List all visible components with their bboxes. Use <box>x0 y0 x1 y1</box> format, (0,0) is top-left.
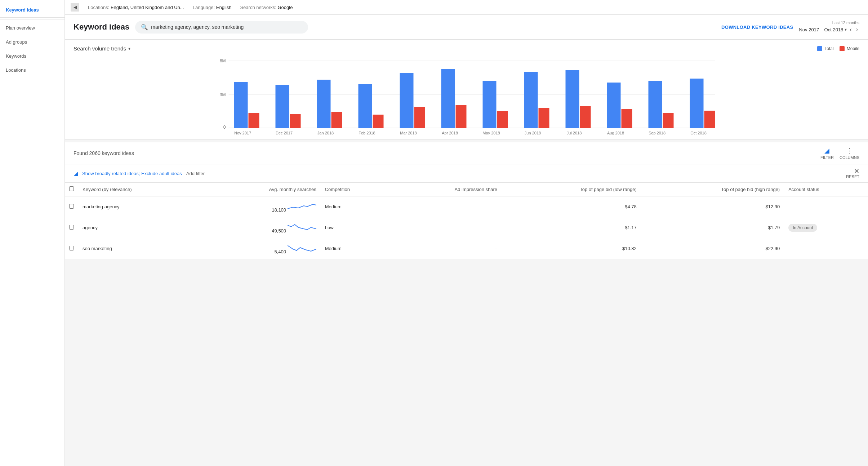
legend-total-color <box>817 46 822 51</box>
search-box[interactable]: 🔍 <box>135 21 308 34</box>
topbar: ◀ Locations: England, United Kingdom and… <box>65 0 868 15</box>
sidebar-divider <box>0 19 64 19</box>
filter-button[interactable]: ◢ FILTER <box>820 147 834 160</box>
cell-keyword: seo marketing <box>78 238 201 259</box>
in-account-badge: In Account <box>788 224 817 232</box>
cell-top-bid-low: $4.78 <box>502 196 641 217</box>
chart-legend: Total Mobile <box>817 46 859 51</box>
bar-feb2018-mobile <box>373 115 384 128</box>
date-range-label: Last 12 months <box>832 21 859 25</box>
cell-account-status <box>784 196 868 217</box>
bar-chart: 6M 3M 0 Nov 2017 Dec 2017 <box>74 56 859 136</box>
select-all-checkbox[interactable] <box>69 186 74 191</box>
bar-nov2017-total <box>234 82 248 128</box>
label-sep2018: Sep 2018 <box>649 131 666 135</box>
bar-oct2018-mobile <box>704 111 715 128</box>
bar-may2018-total <box>483 81 497 128</box>
bar-aug2018-total <box>607 83 621 128</box>
bar-aug2018-mobile <box>622 109 632 128</box>
cell-account-status <box>784 238 868 259</box>
content-header: Keyword ideas 🔍 DOWNLOAD KEYWORD IDEAS L… <box>65 15 868 40</box>
label-may2018: May 2018 <box>482 131 500 135</box>
label-apr2018: Apr 2018 <box>442 131 458 135</box>
topbar-locations: Locations: England, United Kingdom and U… <box>88 5 184 10</box>
cell-competition: Medium <box>321 238 392 259</box>
filter-bar: ◢ Show broadly related ideas; Exclude ad… <box>65 164 868 183</box>
chart-section: Search volume trends ▾ Total Mobile <box>65 40 868 139</box>
label-oct2018: Oct 2018 <box>690 131 707 135</box>
search-input[interactable] <box>151 24 302 30</box>
row-checkbox-2[interactable] <box>69 246 74 250</box>
bar-may2018-mobile <box>497 111 508 128</box>
date-range-prev-button[interactable]: ‹ <box>848 26 853 34</box>
reset-label: RESET <box>846 174 859 179</box>
date-range-next-button[interactable]: › <box>855 26 859 34</box>
table-section: Found 2060 keyword ideas ◢ FILTER ⋮ COLU… <box>65 142 868 259</box>
bar-oct2018-total <box>690 79 704 128</box>
y-axis-3m: 3M <box>220 92 226 97</box>
label-aug2018: Aug 2018 <box>607 131 624 135</box>
label-jun2018: Jun 2018 <box>525 131 541 135</box>
cell-top-bid-high: $22.90 <box>641 238 784 259</box>
legend-mobile-color <box>840 46 845 51</box>
header-top-bid-low: Top of page bid (low range) <box>502 183 641 196</box>
table-actions: ◢ FILTER ⋮ COLUMNS <box>820 147 859 160</box>
sidebar-item-ad-groups[interactable]: Ad groups <box>0 35 64 49</box>
date-range-controls: Nov 2017 – Oct 2018 ▾ ‹ › <box>799 26 859 34</box>
cell-top-bid-low: $10.82 <box>502 238 641 259</box>
label-jul2018: Jul 2018 <box>567 131 582 135</box>
topbar-search-networks: Search networks: Google <box>240 5 293 10</box>
row-checkbox-1[interactable] <box>69 225 74 230</box>
download-keyword-ideas-button[interactable]: DOWNLOAD KEYWORD IDEAS <box>721 25 793 30</box>
sidebar-item-locations[interactable]: Locations <box>0 63 64 77</box>
chart-title: Search volume trends <box>74 45 126 52</box>
bar-jan2018-total <box>317 80 331 128</box>
columns-icon: ⋮ <box>846 147 853 155</box>
found-count: Found 2060 keyword ideas <box>74 150 820 156</box>
header-ad-impression: Ad impression share <box>392 183 502 196</box>
sidebar-item-keywords[interactable]: Keywords <box>0 49 64 63</box>
add-filter-button[interactable]: Add filter <box>186 171 205 176</box>
filter-text[interactable]: Show broadly related ideas; Exclude adul… <box>82 171 182 176</box>
bar-feb2018-total <box>359 84 372 128</box>
chart-title-row: Search volume trends ▾ Total Mobile <box>74 45 859 52</box>
bar-jan2018-mobile <box>331 112 342 128</box>
header-top-bid-high: Top of page bid (high range) <box>641 183 784 196</box>
y-axis-6m: 6M <box>220 58 226 63</box>
bar-dec2017-mobile <box>290 114 301 128</box>
cell-top-bid-high: $12.90 <box>641 196 784 217</box>
header-account-status: Account status <box>784 183 868 196</box>
date-range-dropdown-icon[interactable]: ▾ <box>845 27 847 32</box>
page-title: Keyword ideas <box>74 22 129 32</box>
row-checkbox-cell <box>65 217 78 238</box>
chart-title-dropdown-icon[interactable]: ▾ <box>128 46 130 51</box>
bar-sep2018-mobile <box>663 113 674 128</box>
table-header-row: Found 2060 keyword ideas ◢ FILTER ⋮ COLU… <box>65 142 868 164</box>
sidebar-item-keyword-ideas[interactable]: Keyword ideas <box>0 3 64 18</box>
topbar-language: Language: English <box>193 5 232 10</box>
date-range-value: Nov 2017 – Oct 2018 <box>799 27 843 32</box>
date-range-section: Last 12 months Nov 2017 – Oct 2018 ▾ ‹ › <box>799 21 859 34</box>
header-keyword: Keyword (by relevance) <box>78 183 201 196</box>
cell-top-bid-low: $1.17 <box>502 217 641 238</box>
sidebar-item-plan-overview[interactable]: Plan overview <box>0 21 64 35</box>
sidebar: Keyword ideas Plan overview Ad groups Ke… <box>0 0 65 466</box>
cell-competition: Low <box>321 217 392 238</box>
cell-keyword: marketing agency <box>78 196 201 217</box>
cell-keyword: agency <box>78 217 201 238</box>
close-filter-button[interactable]: ✕ <box>854 168 859 174</box>
collapse-sidebar-button[interactable]: ◀ <box>71 3 79 12</box>
label-dec2017: Dec 2017 <box>276 131 293 135</box>
filter-icon: ◢ <box>824 147 829 155</box>
y-axis-0: 0 <box>223 125 226 130</box>
columns-button[interactable]: ⋮ COLUMNS <box>840 147 859 160</box>
bar-jun2018-total <box>524 72 538 128</box>
row-checkbox-0[interactable] <box>69 204 74 209</box>
table-body: marketing agency 18,100 Medium – $4.78 $… <box>65 196 868 259</box>
filter-funnel-icon: ◢ <box>74 170 78 177</box>
cell-avg-monthly: 49,500 <box>201 217 321 238</box>
bar-jul2018-total <box>566 70 579 128</box>
content-area: Keyword ideas 🔍 DOWNLOAD KEYWORD IDEAS L… <box>65 15 868 466</box>
cell-ad-impression: – <box>392 238 502 259</box>
table-row: seo marketing 5,400 Medium – $10.82 $22.… <box>65 238 868 259</box>
